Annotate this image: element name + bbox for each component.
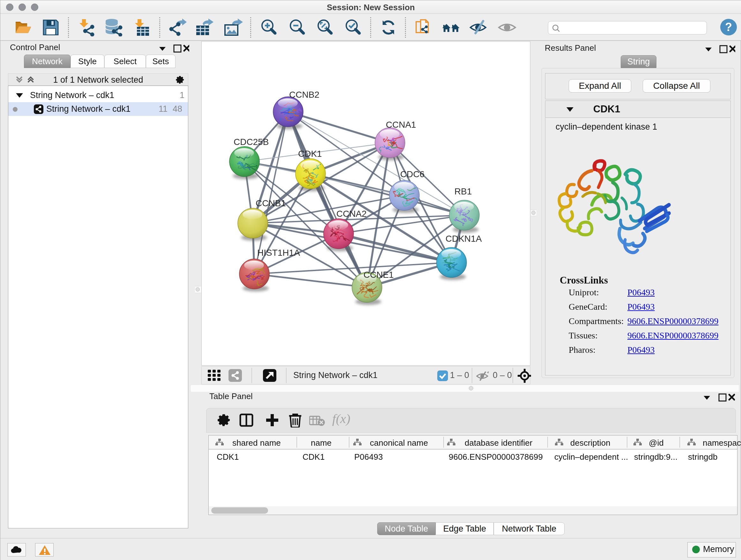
svg-text:HIST1H1A: HIST1H1A (257, 248, 300, 258)
svg-text:CDC6: CDC6 (400, 169, 424, 179)
svg-text:?: ? (725, 20, 732, 34)
svg-text:CDKN1A: CDKN1A (446, 234, 482, 244)
svg-text:CCNB1: CCNB1 (256, 198, 286, 208)
svg-text:CCNA1: CCNA1 (386, 120, 416, 130)
svg-text:CDC25B: CDC25B (233, 137, 269, 147)
svg-text:RB1: RB1 (455, 186, 472, 196)
svg-text:CCNB2: CCNB2 (289, 90, 320, 100)
svg-text:CCNA2: CCNA2 (336, 209, 367, 219)
svg-text:CDK1: CDK1 (298, 149, 322, 159)
svg-text:CCNE1: CCNE1 (363, 270, 394, 280)
